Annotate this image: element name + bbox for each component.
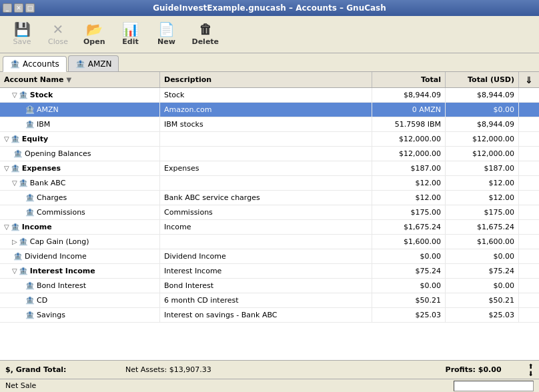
table-row[interactable]: 🏦 CD 6 month CD interest $50.21 $50.21: [0, 293, 539, 308]
col-header-desc[interactable]: Description: [160, 72, 372, 87]
new-icon: 📄: [158, 23, 175, 36]
save-icon: 💾: [14, 23, 31, 36]
account-icon: 🏦: [11, 223, 20, 231]
account-icon: 🏦: [25, 120, 35, 129]
close-button[interactable]: ✕ Close: [41, 19, 75, 50]
status-bar: Net Sale: [0, 379, 539, 392]
expand-icon[interactable]: ▷: [12, 238, 17, 245]
status-label: Net Sale: [5, 381, 36, 390]
cell-name: ▽ 🏦 Stock: [0, 88, 160, 102]
cell-total-usd: $1,675.24: [446, 220, 519, 234]
account-name: Bank ABC: [30, 179, 66, 187]
tabs-bar: 🏦 Accounts 🏦 AMZN: [0, 53, 539, 72]
expand-icon[interactable]: ▽: [12, 179, 17, 187]
expand-icon[interactable]: ▽: [4, 165, 9, 172]
cell-total: $12.00: [372, 176, 446, 190]
col-header-total-usd[interactable]: Total (USD): [446, 72, 519, 87]
table-row[interactable]: 🏦 Bond Interest Bond Interest $0.00 $0.0…: [0, 279, 539, 293]
cell-desc: 6 month CD interest: [160, 293, 372, 307]
cell-desc: Income: [160, 220, 372, 234]
cell-name: 🏦 IBM: [0, 117, 160, 131]
account-icon: 🏦: [25, 281, 35, 290]
table-row[interactable]: 🏦 IBM IBM stocks 51.7598 IBM $8,944.09: [0, 117, 539, 132]
account-name: Charges: [37, 193, 67, 202]
col-header-scroll[interactable]: ⇓: [519, 72, 539, 87]
delete-button[interactable]: 🗑 Delete: [186, 19, 225, 50]
cell-extra: [519, 161, 539, 175]
cell-total: $0.00: [372, 279, 446, 293]
account-icon: 🏦: [19, 179, 28, 187]
expand-icon[interactable]: ▽: [4, 223, 9, 231]
col-header-total[interactable]: Total: [372, 72, 446, 87]
title-bar: _ ✕ □ GuideInvestExample.gnucash – Accou…: [0, 0, 539, 16]
table-row[interactable]: 🏦 Opening Balances $12,000.00 $12,000.00: [0, 147, 539, 161]
cell-extra: [519, 293, 539, 307]
footer-scroll[interactable]: ⬆⬇: [528, 363, 534, 377]
table-row[interactable]: ▽ 🏦 Expenses Expenses $187.00 $187.00: [0, 161, 539, 176]
account-name: IBM: [37, 120, 50, 129]
new-button[interactable]: 📄 New: [150, 19, 183, 50]
table-row[interactable]: ▽ 🏦 Bank ABC $12.00 $12.00: [0, 176, 539, 191]
table-row[interactable]: ▽ 🏦 Stock Stock $8,944.09 $8,944.09: [0, 88, 539, 103]
cell-extra: [519, 147, 539, 161]
cell-name: ▽ 🏦 Interest Income: [0, 264, 160, 278]
account-icon: 🏦: [19, 237, 28, 246]
expand-icon[interactable]: ▽: [12, 267, 17, 275]
table-row[interactable]: ▽ 🏦 Equity $12,000.00 $12,000.00: [0, 132, 539, 147]
cell-total-usd: $0.00: [446, 249, 519, 263]
cell-total-usd: $1,600.00: [446, 235, 519, 249]
table-row[interactable]: 🏦 Dividend Income Dividend Income $0.00 …: [0, 249, 539, 264]
close-button[interactable]: ✕: [14, 3, 23, 13]
account-icon: 🏦: [25, 105, 35, 114]
cell-desc: Bank ABC service charges: [160, 191, 372, 205]
table-row[interactable]: ▽ 🏦 Income Income $1,675.24 $1,675.24: [0, 220, 539, 235]
account-icon: 🏦: [11, 164, 20, 173]
status-input[interactable]: [454, 381, 534, 391]
save-button[interactable]: 💾 Save: [5, 19, 39, 50]
open-icon: 📂: [86, 23, 103, 36]
table-row[interactable]: 🏦 AMZN Amazon.com 0 AMZN $0.00: [0, 103, 539, 117]
cell-total-usd: $50.21: [446, 293, 519, 307]
footer-bar: $, Grand Total: Net Assets: $13,907.33 P…: [0, 360, 539, 379]
cell-desc: Interest Income: [160, 264, 372, 278]
minimize-button[interactable]: _: [3, 3, 12, 13]
cell-total-usd: $8,944.09: [446, 117, 519, 131]
account-name: Income: [22, 223, 52, 231]
net-assets-text: Net Assets: $13,907.33: [85, 365, 446, 374]
cell-extra: [519, 117, 539, 131]
edit-button[interactable]: 📊 Edit: [114, 19, 147, 50]
cell-total-usd: $0.00: [446, 103, 519, 117]
tab-amzn[interactable]: 🏦 AMZN: [68, 55, 119, 71]
table-row[interactable]: 🏦 Charges Bank ABC service charges $12.0…: [0, 191, 539, 205]
account-name: Savings: [37, 311, 65, 319]
cell-total: 0 AMZN: [372, 103, 446, 117]
open-button[interactable]: 📂 Open: [77, 19, 111, 50]
cell-desc: Dividend Income: [160, 249, 372, 263]
cell-desc: Expenses: [160, 161, 372, 175]
maximize-button[interactable]: □: [25, 3, 35, 13]
table-row[interactable]: 🏦 Commissions Commissions $175.00 $175.0…: [0, 205, 539, 220]
table-row[interactable]: ▽ 🏦 Interest Income Interest Income $75.…: [0, 264, 539, 279]
cell-extra: [519, 88, 539, 102]
account-name: AMZN: [37, 105, 59, 114]
account-name: Cap Gain (Long): [30, 237, 89, 246]
cell-name: ▽ 🏦 Expenses: [0, 161, 160, 175]
cell-extra: [519, 176, 539, 190]
cell-extra: [519, 205, 539, 219]
account-icon: 🏦: [25, 296, 35, 305]
col-header-name[interactable]: Account Name ▼: [0, 72, 160, 87]
table-row[interactable]: ▷ 🏦 Cap Gain (Long) $1,600.00 $1,600.00: [0, 235, 539, 249]
expand-icon[interactable]: ▽: [12, 91, 17, 99]
tab-accounts[interactable]: 🏦 Accounts: [3, 56, 67, 72]
table-row[interactable]: 🏦 Savings Interest on savings - Bank ABC…: [0, 308, 539, 323]
cell-name: ▷ 🏦 Cap Gain (Long): [0, 235, 160, 249]
account-name: Commissions: [37, 208, 85, 217]
account-icon: 🏦: [19, 267, 28, 275]
cell-desc: Stock: [160, 88, 372, 102]
expand-icon[interactable]: ▽: [4, 135, 9, 143]
cell-total-usd: $75.24: [446, 264, 519, 278]
toolbar: 💾 Save ✕ Close 📂 Open 📊 Edit 📄 New 🗑 Del…: [0, 16, 539, 53]
account-name: CD: [37, 296, 47, 305]
window-controls[interactable]: _ ✕ □: [3, 3, 35, 13]
window-title: GuideInvestExample.gnucash – Accounts – …: [153, 3, 386, 13]
